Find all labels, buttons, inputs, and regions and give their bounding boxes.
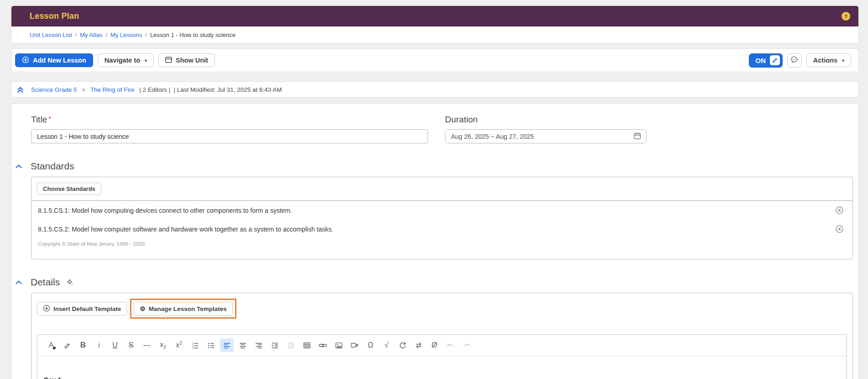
duration-value: Aug 26, 2025 ~ Aug 27, 2025	[451, 133, 534, 140]
ordered-list-icon[interactable]: 123	[188, 338, 202, 352]
strikethrough-icon[interactable]: S	[124, 338, 138, 352]
link-icon[interactable]	[316, 338, 329, 352]
highlighter-icon[interactable]	[60, 338, 74, 352]
gear-icon: ⚙	[140, 305, 146, 312]
title-label: Title*	[31, 115, 428, 125]
standards-section-header: Standards	[14, 161, 853, 172]
lesson-form-card: Title* Duration Aug 26, 2025 ~ Aug 27, 2…	[11, 103, 859, 379]
title-field-group: Title*	[31, 115, 428, 143]
breadcrumb-separator: /	[145, 32, 147, 38]
breadcrumb-my-lessons[interactable]: My Lessons	[110, 32, 142, 38]
ai-sparkle-icon[interactable]	[66, 279, 74, 286]
chevron-up-icon[interactable]	[14, 164, 23, 168]
breadcrumb-my-atlas[interactable]: My Atlas	[80, 32, 102, 38]
undo-icon[interactable]	[444, 338, 457, 352]
unit-link[interactable]: The Ring of Fire	[90, 86, 135, 93]
choose-standards-button[interactable]: Choose Standards	[37, 183, 101, 195]
details-panel: Insert Default Template ⚙ Manage Lesson …	[31, 293, 853, 379]
subscript-icon[interactable]: x2	[156, 338, 170, 352]
square-root-icon[interactable]: √	[380, 338, 393, 352]
standards-panel: Choose Standards 8.1.5.CS.1: Model how c…	[31, 177, 853, 259]
manage-lesson-templates-button[interactable]: ⚙ Manage Lesson Templates	[134, 302, 232, 316]
standards-heading: Standards	[31, 161, 74, 172]
bold-icon[interactable]: B	[76, 338, 90, 352]
chevron-up-icon[interactable]	[14, 280, 23, 284]
editor-toolbar: A B i U S — x2 x2 123	[37, 335, 847, 356]
svg-text:3: 3	[192, 347, 193, 349]
duration-label: Duration	[445, 115, 647, 125]
editor-day-heading: Day 1	[44, 376, 838, 379]
calendar-icon[interactable]	[633, 132, 641, 141]
rich-text-editor: A B i U S — x2 x2 123	[37, 334, 847, 379]
title-input[interactable]	[31, 129, 428, 143]
breadcrumb-unit-lesson-list[interactable]: Unit Lesson List	[30, 32, 72, 38]
breadcrumb-separator: /	[75, 32, 77, 38]
template-buttons-row: Insert Default Template ⚙ Manage Lesson …	[31, 293, 852, 324]
details-section: Details Insert Default Template ⚙	[31, 277, 853, 379]
highlight-annotation-box: ⚙ Manage Lesson Templates	[130, 299, 236, 319]
redo-icon[interactable]	[460, 338, 473, 352]
duration-input[interactable]: Aug 26, 2025 ~ Aug 27, 2025	[445, 129, 647, 143]
horizontal-rule-icon[interactable]: —	[140, 338, 154, 352]
table-icon[interactable]	[300, 338, 314, 352]
comments-button[interactable]	[787, 53, 802, 68]
download-circle-icon	[43, 305, 50, 313]
required-asterisk: *	[48, 115, 51, 122]
refresh-icon[interactable]	[396, 338, 409, 352]
show-unit-button[interactable]: Show Unit	[158, 53, 215, 67]
superscript-icon[interactable]: x2	[172, 338, 186, 352]
unit-breadcrumb-text: Science Grade 5 > The Ring of Fire | 2 E…	[31, 86, 282, 93]
title-duration-row: Title* Duration Aug 26, 2025 ~ Aug 27, 2…	[31, 115, 853, 143]
image-icon[interactable]	[332, 338, 345, 352]
swap-arrows-icon[interactable]	[412, 338, 425, 352]
page: Lesson Plan ? Unit Lesson List / My Atla…	[11, 5, 859, 379]
video-icon[interactable]	[348, 338, 361, 352]
align-left-icon[interactable]	[220, 338, 234, 352]
actions-dropdown[interactable]: Actions ▾	[806, 53, 851, 67]
align-right-icon[interactable]	[252, 338, 266, 352]
details-heading: Details	[31, 277, 60, 288]
circle-plus-icon	[22, 56, 29, 65]
clear-formatting-icon[interactable]: Ø	[428, 338, 441, 352]
standard-row: 8.1.5.CS.1: Model how computing devices …	[31, 201, 852, 220]
editor-content-area[interactable]: Day 1 Daily Objective: Practice Activiti…	[37, 356, 847, 379]
on-toggle-label: ON	[755, 57, 766, 64]
add-new-lesson-button[interactable]: Add New Lesson	[15, 53, 93, 67]
underline-icon[interactable]: U	[108, 338, 122, 352]
outdent-icon[interactable]	[284, 338, 298, 352]
action-toolbar: Add New Lesson Navigate to ▾ Show Unit O…	[11, 48, 859, 72]
breadcrumb-current: Lesson 1 - How to study science	[150, 32, 235, 38]
on-edit-toggle[interactable]: ON	[749, 53, 783, 68]
page-title: Lesson Plan	[30, 11, 79, 21]
comment-bubble-icon	[790, 55, 799, 65]
font-color-icon[interactable]: A	[44, 338, 58, 352]
breadcrumb: Unit Lesson List / My Atlas / My Lessons…	[11, 26, 858, 43]
unordered-list-icon[interactable]	[204, 338, 218, 352]
page-header: Lesson Plan ?	[11, 6, 858, 26]
standard-text: 8.1.5.CS.1: Model how computing devices …	[38, 207, 292, 214]
special-character-icon[interactable]: Ω	[364, 338, 377, 352]
chevron-down-icon: ▾	[145, 58, 147, 63]
standards-panel-toolbar: Choose Standards	[31, 177, 852, 200]
italic-icon[interactable]: i	[92, 338, 106, 352]
indent-icon[interactable]	[268, 338, 282, 352]
insert-default-template-button[interactable]: Insert Default Template	[37, 302, 127, 316]
navigate-to-dropdown[interactable]: Navigate to ▾	[98, 53, 154, 67]
unit-panel-icon	[165, 57, 172, 64]
course-link[interactable]: Science Grade 5	[31, 86, 77, 93]
header-card: Lesson Plan ? Unit Lesson List / My Atla…	[11, 5, 859, 43]
remove-standard-icon[interactable]	[835, 206, 844, 215]
breadcrumb-separator: >	[82, 86, 85, 93]
standards-section: Standards Choose Standards 8.1.5.CS.1: M…	[31, 161, 853, 259]
details-section-header: Details	[14, 277, 853, 288]
double-chevron-up-icon[interactable]	[16, 86, 25, 94]
duration-field-group: Duration Aug 26, 2025 ~ Aug 27, 2025	[445, 115, 647, 143]
breadcrumb-separator: /	[105, 32, 107, 38]
standard-row: 8.1.5.CS.2: Model how computer software …	[31, 220, 852, 238]
help-icon[interactable]: ?	[842, 12, 850, 21]
pencil-icon	[770, 55, 780, 65]
unit-meta: | 2 Editors | | Last Modified: Jul 31, 2…	[139, 86, 282, 93]
align-center-icon[interactable]	[236, 338, 250, 352]
remove-standard-icon[interactable]	[835, 225, 844, 233]
standards-copyright: Copyright © State of New Jersey, 1996 - …	[31, 238, 852, 259]
